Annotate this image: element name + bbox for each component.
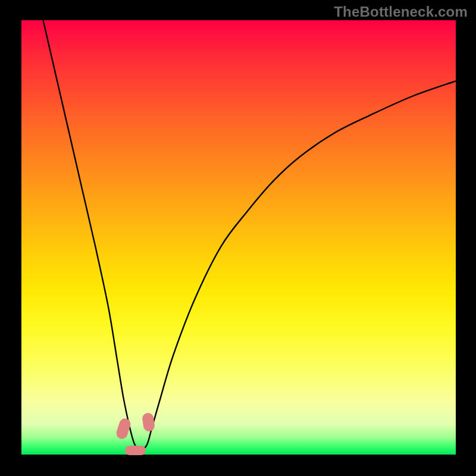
curve-path (43, 20, 456, 450)
watermark-text: TheBottleneck.com (334, 4, 468, 20)
bottleneck-curve (21, 20, 456, 455)
blob-bottom (125, 446, 146, 455)
chart-frame: TheBottleneck.com (0, 0, 476, 476)
